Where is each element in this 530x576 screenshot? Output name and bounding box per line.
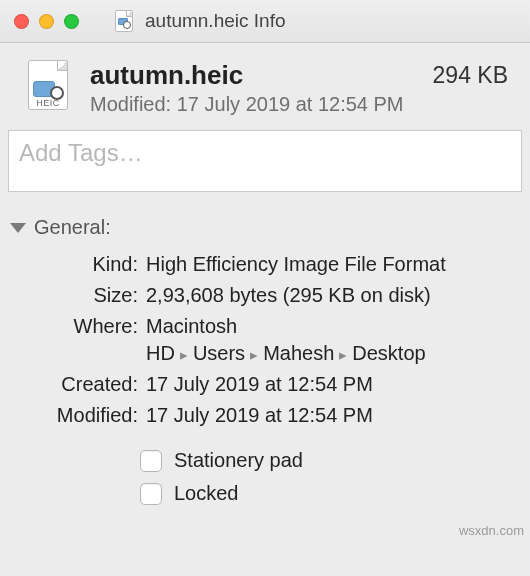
titlebar-file-icon bbox=[115, 10, 135, 32]
where-path-segment: Desktop bbox=[352, 342, 425, 364]
general-section-title: General: bbox=[34, 216, 111, 239]
kind-value: High Efficiency Image File Format bbox=[146, 251, 506, 278]
path-separator-icon: ▸ bbox=[245, 346, 263, 363]
minimize-window-button[interactable] bbox=[39, 14, 54, 29]
stationery-pad-label: Stationery pad bbox=[174, 449, 303, 472]
where-path-segment: Users bbox=[193, 342, 245, 364]
general-checkboxes: Stationery pad Locked bbox=[0, 443, 530, 515]
stationery-pad-row: Stationery pad bbox=[140, 449, 520, 472]
file-icon: HEIC bbox=[28, 60, 68, 110]
zoom-window-button[interactable] bbox=[64, 14, 79, 29]
file-summary: HEIC autumn.heic Modified: 17 July 2019 … bbox=[0, 43, 530, 128]
file-size-summary: 294 KB bbox=[433, 60, 508, 89]
close-window-button[interactable] bbox=[14, 14, 29, 29]
window-title: autumn.heic Info bbox=[145, 10, 285, 32]
created-value: 17 July 2019 at 12:54 PM bbox=[146, 371, 506, 398]
general-kv-grid: Kind: High Efficiency Image File Format … bbox=[0, 245, 530, 443]
file-name: autumn.heic bbox=[90, 60, 411, 91]
stationery-pad-checkbox[interactable] bbox=[140, 450, 162, 472]
where-value: Macintosh HD▸Users▸Mahesh▸Desktop bbox=[146, 313, 506, 367]
where-label: Where: bbox=[10, 313, 138, 367]
traffic-lights bbox=[14, 14, 79, 29]
locked-label: Locked bbox=[174, 482, 239, 505]
tags-input[interactable]: Add Tags… bbox=[8, 130, 522, 192]
locked-checkbox[interactable] bbox=[140, 483, 162, 505]
tags-placeholder: Add Tags… bbox=[19, 139, 143, 167]
tags-section: Add Tags… bbox=[0, 128, 530, 210]
modified-value: 17 July 2019 at 12:54 PM bbox=[146, 402, 506, 429]
path-separator-icon: ▸ bbox=[334, 346, 352, 363]
created-label: Created: bbox=[10, 371, 138, 398]
file-modified-summary: Modified: 17 July 2019 at 12:54 PM bbox=[90, 93, 411, 116]
locked-row: Locked bbox=[140, 482, 520, 505]
titlebar: autumn.heic Info bbox=[0, 0, 530, 43]
size-value: 2,93,608 bytes (295 KB on disk) bbox=[146, 282, 506, 309]
modified-label: Modified: bbox=[10, 402, 138, 429]
kind-label: Kind: bbox=[10, 251, 138, 278]
where-path-segment: Mahesh bbox=[263, 342, 334, 364]
size-label: Size: bbox=[10, 282, 138, 309]
disclosure-triangle-icon[interactable] bbox=[10, 223, 26, 233]
general-section-header[interactable]: General: bbox=[0, 210, 530, 245]
path-separator-icon: ▸ bbox=[175, 346, 193, 363]
watermark: wsxdn.com bbox=[459, 523, 524, 538]
